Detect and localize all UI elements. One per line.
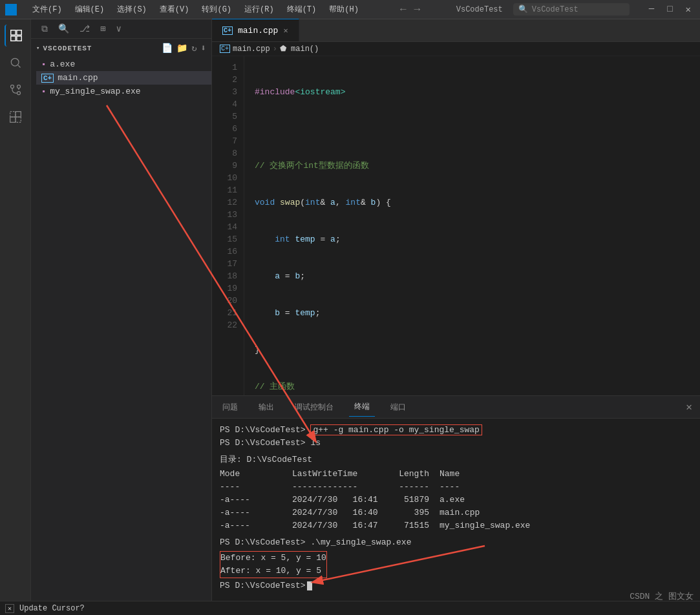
panel-close-icon[interactable]: ✕ bbox=[683, 398, 695, 416]
activity-bar bbox=[0, 19, 31, 615]
aexe-icon: ▪ bbox=[41, 60, 46, 69]
source-control-icon[interactable]: ⎇ bbox=[77, 22, 92, 36]
ls-row3-name: my_single_swap.exe bbox=[440, 519, 530, 532]
cpp-icon: C+ bbox=[41, 74, 54, 83]
activity-search[interactable] bbox=[5, 52, 27, 74]
tab-label: main.cpp bbox=[238, 26, 278, 36]
result-line-1: Before: x = 5, y = 10 bbox=[220, 552, 326, 565]
section-actions: 📄 📁 ↻ ⬇ bbox=[162, 43, 206, 54]
result-box: Before: x = 5, y = 10 After: x = 10, y =… bbox=[220, 551, 327, 578]
tab-maincpp[interactable]: C+ main.cpp ✕ bbox=[212, 19, 299, 41]
ls-col-name-hdr: Name bbox=[440, 468, 460, 481]
panel-tab-debug[interactable]: 调试控制台 bbox=[290, 398, 339, 417]
new-file-icon[interactable]: 📄 bbox=[162, 43, 173, 54]
ls-col-lwt-hdr: LastWriteTime bbox=[271, 468, 388, 481]
activity-explorer[interactable] bbox=[5, 25, 27, 47]
section-label: VSCODETEST bbox=[43, 45, 92, 52]
terminal-content[interactable]: PS D:\VsCodeTest> g++ -g main.cpp -o my_… bbox=[212, 419, 700, 615]
panel-tab-terminal[interactable]: 终端 bbox=[349, 397, 375, 417]
menu-edit[interactable]: 编辑(E) bbox=[70, 3, 110, 16]
menu-run[interactable]: 运行(R) bbox=[239, 3, 279, 16]
svg-rect-3 bbox=[16, 36, 21, 41]
update-cursor-label: Update Cursor? bbox=[19, 604, 85, 613]
breadcrumb-sep1: › bbox=[273, 45, 277, 54]
swapexe-label: my_single_swap.exe bbox=[50, 87, 140, 96]
chevron-down-icon[interactable]: ∨ bbox=[113, 22, 123, 36]
menu-file[interactable]: 文件(F) bbox=[27, 3, 67, 16]
new-folder-icon[interactable]: 📁 bbox=[176, 43, 187, 54]
sidebar-toolbar: ⧉ 🔍 ⎇ ⊞ ∨ bbox=[31, 19, 211, 39]
menu-bar[interactable]: 文件(F) 编辑(E) 选择(S) 查看(V) 转到(G) 运行(R) 终端(T… bbox=[27, 3, 364, 16]
sidebar: ⧉ 🔍 ⎇ ⊞ ∨ ▾ VSCODETEST 📄 📁 ↻ ⬇ ▪ a.exe bbox=[31, 19, 212, 615]
code-editor[interactable]: 12345 678910 1112131415 1617181920 2122 … bbox=[212, 56, 700, 395]
minimize-button[interactable]: ─ bbox=[645, 1, 658, 17]
term-prompt-3: PS D:\VsCodeTest> bbox=[220, 537, 306, 547]
activity-source-control[interactable] bbox=[5, 79, 27, 101]
refresh-icon[interactable]: ↻ bbox=[191, 43, 196, 54]
svg-point-6 bbox=[10, 85, 14, 89]
ls-row-2: -a---- 2024/7/30 16:40 395 main.cpp bbox=[220, 506, 692, 519]
term-prompt-4: PS D:\VsCodeTest> bbox=[220, 581, 306, 590]
term-prompt-2: PS D:\VsCodeTest> bbox=[220, 438, 306, 448]
cursor-block bbox=[307, 581, 312, 590]
ls-row1-lwt: 2024/7/30 16:41 bbox=[271, 494, 388, 506]
collapse-icon[interactable]: ⬇ bbox=[201, 43, 206, 54]
file-item-myswapexe[interactable]: ▪ my_single_swap.exe bbox=[36, 85, 211, 98]
ls-sep-row: ---- ------------- ------ ---- bbox=[220, 481, 692, 494]
file-item-maincpp[interactable]: C+ main.cpp bbox=[36, 71, 211, 85]
svg-point-8 bbox=[17, 85, 20, 89]
tab-close-icon[interactable]: ✕ bbox=[283, 26, 288, 36]
search-box[interactable]: 🔍 VsCodeTest bbox=[513, 3, 630, 16]
nav-back-icon[interactable]: ← bbox=[400, 4, 407, 16]
grid-icon[interactable]: ⊞ bbox=[98, 22, 108, 36]
panel-tab-ports[interactable]: 端口 bbox=[385, 398, 411, 417]
aexe-label: a.exe bbox=[50, 59, 75, 69]
ls-sep-mode: ---- bbox=[220, 481, 271, 494]
ls-table: Mode LastWriteTime Length Name ---- ----… bbox=[220, 468, 692, 532]
explorer-section-header[interactable]: ▾ VSCODETEST 📄 📁 ↻ ⬇ bbox=[31, 39, 211, 57]
term-cmd-2: ls bbox=[306, 438, 321, 448]
terminal-line-1: PS D:\VsCodeTest> g++ -g main.cpp -o my_… bbox=[220, 424, 692, 437]
update-cursor-bar: ✕ Update Cursor? bbox=[0, 601, 700, 615]
section-arrow: ▾ bbox=[36, 45, 40, 52]
ls-sep-lwt: ------------- bbox=[271, 481, 388, 494]
maximize-button[interactable]: □ bbox=[663, 1, 676, 17]
update-close-button[interactable]: ✕ bbox=[5, 604, 14, 613]
svg-line-5 bbox=[17, 65, 20, 68]
ls-row2-name: main.cpp bbox=[440, 506, 480, 519]
svg-rect-9 bbox=[10, 117, 15, 122]
panel-tabs: 问题 输出 调试控制台 终端 端口 ✕ bbox=[212, 396, 700, 419]
sidebar-search-icon[interactable]: 🔍 bbox=[56, 22, 72, 36]
panel-tab-problems[interactable]: 问题 bbox=[217, 398, 243, 417]
ls-row-1: -a---- 2024/7/30 16:41 51879 a.exe bbox=[220, 494, 692, 506]
main-layout: ⧉ 🔍 ⎇ ⊞ ∨ ▾ VSCODETEST 📄 📁 ↻ ⬇ ▪ a.exe bbox=[0, 19, 700, 615]
editor-area: C+ main.cpp ✕ C+ main.cpp › ⬟ main() 123… bbox=[212, 19, 700, 615]
svg-point-4 bbox=[11, 58, 19, 66]
result-line-2: After: x = 10, y = 5 bbox=[220, 565, 326, 578]
menu-view[interactable]: 查看(V) bbox=[154, 3, 195, 16]
copy-icon[interactable]: ⧉ bbox=[39, 23, 50, 36]
window-title: VsCodeTest bbox=[456, 5, 503, 14]
term-cmd-1: g++ -g main.cpp -o my_single_swap bbox=[306, 424, 482, 435]
file-tree: ▪ a.exe C+ main.cpp ▪ my_single_swap.exe bbox=[31, 57, 211, 98]
panel-tab-output[interactable]: 输出 bbox=[253, 398, 279, 417]
menu-help[interactable]: 帮助(H) bbox=[324, 3, 364, 16]
menu-goto[interactable]: 转到(G) bbox=[196, 3, 237, 16]
tab-bar: C+ main.cpp ✕ bbox=[212, 19, 700, 42]
panel: 问题 输出 调试控制台 终端 端口 ✕ PS D:\VsCodeTest> g+… bbox=[212, 395, 700, 615]
close-button[interactable]: ✕ bbox=[682, 1, 695, 17]
ls-row1-len: 51879 bbox=[388, 494, 440, 506]
menu-terminal[interactable]: 终端(T) bbox=[282, 3, 322, 16]
ls-row3-len: 71515 bbox=[388, 519, 440, 532]
ls-row2-mode: -a---- bbox=[220, 506, 271, 519]
ls-row-3: -a---- 2024/7/30 16:47 71515 my_single_s… bbox=[220, 519, 692, 532]
menu-select[interactable]: 选择(S) bbox=[112, 3, 152, 16]
terminal-line-2: PS D:\VsCodeTest> ls bbox=[220, 437, 692, 450]
term-prompt-1: PS D:\VsCodeTest> bbox=[220, 425, 306, 435]
activity-extensions[interactable] bbox=[5, 106, 27, 128]
svg-rect-10 bbox=[16, 112, 21, 117]
nav-forward-icon[interactable]: → bbox=[414, 4, 420, 16]
file-item-aexe[interactable]: ▪ a.exe bbox=[36, 57, 211, 71]
breadcrumb-function: ⬟ main() bbox=[280, 44, 319, 54]
tab-cpp-icon: C+ bbox=[222, 26, 233, 35]
